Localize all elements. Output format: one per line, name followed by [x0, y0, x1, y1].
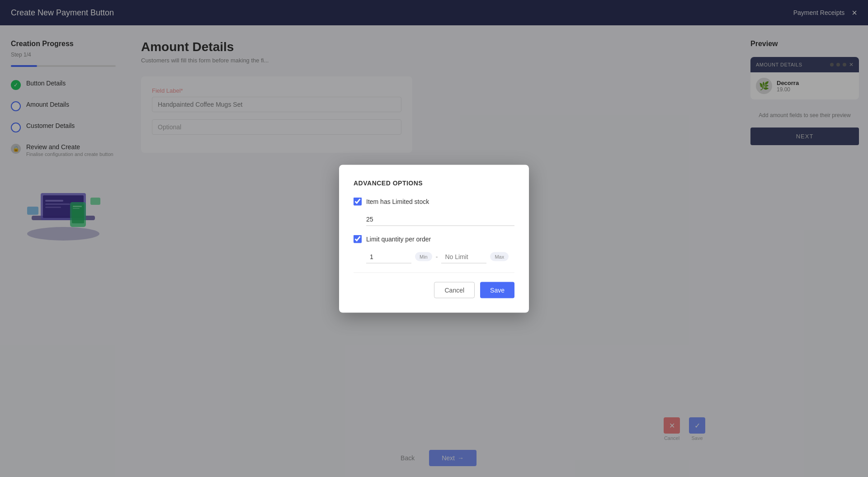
limit-quantity-option: Limit quantity per order — [354, 235, 514, 243]
max-badge: Max — [490, 252, 509, 261]
advanced-options-modal: ADVANCED OPTIONS Item has Limited stock … — [339, 165, 529, 312]
modal-actions: Cancel Save — [354, 282, 514, 298]
stock-value-row — [366, 213, 514, 226]
modal-title: ADVANCED OPTIONS — [354, 179, 514, 186]
limit-quantity-label: Limit quantity per order — [366, 235, 431, 242]
min-quantity-input[interactable] — [366, 250, 411, 263]
modal-cancel-button[interactable]: Cancel — [434, 282, 475, 298]
limited-stock-label: Item has Limited stock — [366, 198, 429, 205]
modal-save-button[interactable]: Save — [480, 282, 514, 298]
limited-stock-option: Item has Limited stock — [354, 197, 514, 205]
dash-separator: - — [436, 253, 438, 260]
max-quantity-input[interactable] — [441, 250, 486, 263]
limited-stock-checkbox[interactable] — [354, 197, 362, 205]
min-badge: Min — [415, 252, 432, 261]
stock-value-input[interactable] — [366, 213, 514, 226]
quantity-limit-row: Min - Max — [366, 250, 514, 263]
limit-quantity-checkbox[interactable] — [354, 235, 362, 243]
modal-divider — [354, 272, 514, 273]
